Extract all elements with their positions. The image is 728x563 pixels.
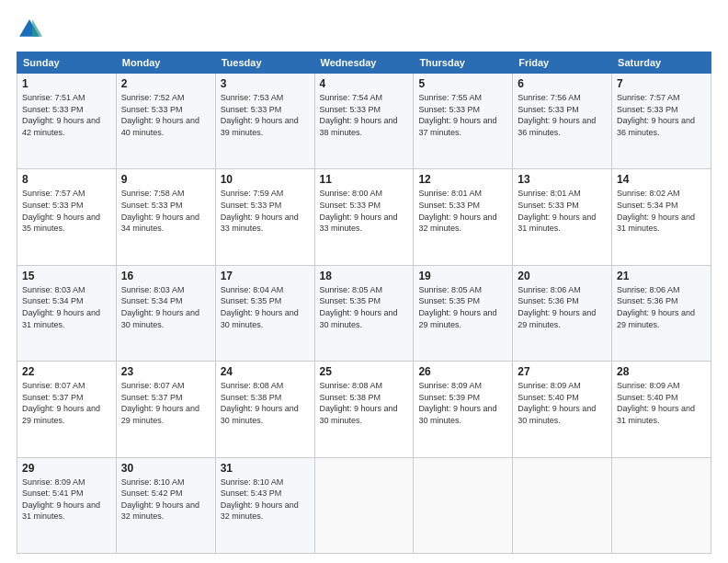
calendar-body: 1 Sunrise: 7:51 AM Sunset: 5:33 PM Dayli…	[17, 74, 711, 554]
daylight: Daylight: 9 hours and 39 minutes.	[221, 116, 299, 137]
sunrise: Sunrise: 7:57 AM	[22, 189, 85, 198]
sunrise: Sunrise: 7:51 AM	[22, 93, 85, 102]
day-info: Sunrise: 7:55 AM Sunset: 5:33 PM Dayligh…	[418, 92, 507, 138]
sunset: Sunset: 5:33 PM	[320, 201, 381, 210]
day-number: 23	[121, 365, 210, 378]
day-cell: 28 Sunrise: 8:09 AM Sunset: 5:40 PM Dayl…	[612, 362, 711, 457]
sunrise: Sunrise: 8:09 AM	[617, 381, 680, 390]
daylight: Daylight: 9 hours and 38 minutes.	[320, 116, 398, 137]
daylight: Daylight: 9 hours and 30 minutes.	[221, 308, 299, 329]
daylight: Daylight: 9 hours and 33 minutes.	[221, 213, 299, 234]
daylight: Daylight: 9 hours and 30 minutes.	[518, 404, 596, 425]
day-info: Sunrise: 8:10 AM Sunset: 5:42 PM Dayligh…	[121, 477, 210, 523]
day-cell: 20 Sunrise: 8:06 AM Sunset: 5:36 PM Dayl…	[513, 265, 612, 361]
week-row-5: 29 Sunrise: 8:09 AM Sunset: 5:41 PM Dayl…	[17, 457, 711, 553]
day-cell: 6 Sunrise: 7:56 AM Sunset: 5:33 PM Dayli…	[513, 74, 612, 169]
svg-marker-1	[32, 19, 42, 37]
header	[17, 17, 711, 42]
sunset: Sunset: 5:41 PM	[22, 488, 84, 498]
day-info: Sunrise: 8:06 AM Sunset: 5:36 PM Dayligh…	[518, 284, 607, 330]
day-number: 24	[221, 365, 310, 378]
sunrise: Sunrise: 8:10 AM	[121, 477, 185, 487]
day-info: Sunrise: 8:00 AM Sunset: 5:33 PM Dayligh…	[320, 188, 409, 234]
day-cell: 31 Sunrise: 8:10 AM Sunset: 5:43 PM Dayl…	[215, 457, 314, 553]
day-number: 8	[22, 173, 111, 186]
sunset: Sunset: 5:33 PM	[320, 105, 381, 114]
header-row: SundayMondayTuesdayWednesdayThursdayFrid…	[17, 52, 711, 74]
day-cell	[414, 457, 513, 553]
daylight: Daylight: 9 hours and 31 minutes.	[617, 213, 695, 234]
day-number: 5	[418, 77, 507, 90]
calendar-header: SundayMondayTuesdayWednesdayThursdayFrid…	[17, 52, 711, 74]
sunset: Sunset: 5:37 PM	[121, 393, 183, 402]
daylight: Daylight: 9 hours and 30 minutes.	[121, 308, 199, 329]
col-header-tuesday: Tuesday	[215, 52, 314, 74]
day-cell: 13 Sunrise: 8:01 AM Sunset: 5:33 PM Dayl…	[513, 169, 612, 265]
day-cell: 4 Sunrise: 7:54 AM Sunset: 5:33 PM Dayli…	[314, 74, 414, 169]
sunrise: Sunrise: 8:09 AM	[418, 381, 482, 390]
daylight: Daylight: 9 hours and 36 minutes.	[617, 116, 695, 137]
daylight: Daylight: 9 hours and 29 minutes.	[121, 404, 199, 425]
sunrise: Sunrise: 8:09 AM	[22, 477, 85, 487]
daylight: Daylight: 9 hours and 34 minutes.	[121, 213, 199, 234]
week-row-2: 8 Sunrise: 7:57 AM Sunset: 5:33 PM Dayli…	[17, 169, 711, 265]
day-cell: 15 Sunrise: 8:03 AM Sunset: 5:34 PM Dayl…	[17, 265, 117, 361]
day-cell: 25 Sunrise: 8:08 AM Sunset: 5:38 PM Dayl…	[314, 362, 414, 457]
sunrise: Sunrise: 8:06 AM	[518, 285, 581, 294]
daylight: Daylight: 9 hours and 31 minutes.	[22, 308, 100, 329]
day-info: Sunrise: 8:05 AM Sunset: 5:35 PM Dayligh…	[418, 284, 507, 330]
sunset: Sunset: 5:35 PM	[221, 296, 282, 305]
day-number: 27	[518, 365, 607, 378]
daylight: Daylight: 9 hours and 29 minutes.	[22, 404, 100, 425]
sunset: Sunset: 5:40 PM	[518, 393, 579, 402]
col-header-wednesday: Wednesday	[314, 52, 414, 74]
day-number: 17	[221, 270, 310, 282]
day-number: 18	[320, 270, 409, 282]
day-number: 25	[320, 365, 409, 378]
sunrise: Sunrise: 8:07 AM	[121, 381, 185, 390]
day-number: 4	[320, 77, 409, 90]
day-cell: 16 Sunrise: 8:03 AM Sunset: 5:34 PM Dayl…	[116, 265, 215, 361]
col-header-thursday: Thursday	[414, 52, 513, 74]
daylight: Daylight: 9 hours and 32 minutes.	[221, 500, 299, 522]
page: SundayMondayTuesdayWednesdayThursdayFrid…	[0, 0, 728, 563]
sunrise: Sunrise: 7:59 AM	[221, 189, 284, 198]
sunrise: Sunrise: 8:01 AM	[518, 189, 581, 198]
day-info: Sunrise: 7:58 AM Sunset: 5:33 PM Dayligh…	[121, 188, 210, 234]
day-number: 26	[418, 365, 507, 378]
daylight: Daylight: 9 hours and 36 minutes.	[518, 116, 596, 137]
day-cell: 10 Sunrise: 7:59 AM Sunset: 5:33 PM Dayl…	[215, 169, 314, 265]
day-number: 14	[617, 173, 706, 186]
sunset: Sunset: 5:38 PM	[221, 393, 282, 402]
day-number: 28	[617, 365, 706, 378]
daylight: Daylight: 9 hours and 30 minutes.	[320, 404, 398, 425]
day-info: Sunrise: 8:01 AM Sunset: 5:33 PM Dayligh…	[518, 188, 607, 234]
day-cell: 19 Sunrise: 8:05 AM Sunset: 5:35 PM Dayl…	[414, 265, 513, 361]
day-cell: 21 Sunrise: 8:06 AM Sunset: 5:36 PM Dayl…	[612, 265, 711, 361]
day-info: Sunrise: 8:03 AM Sunset: 5:34 PM Dayligh…	[22, 284, 111, 330]
daylight: Daylight: 9 hours and 29 minutes.	[617, 308, 695, 329]
day-cell: 7 Sunrise: 7:57 AM Sunset: 5:33 PM Dayli…	[612, 74, 711, 169]
col-header-monday: Monday	[116, 52, 215, 74]
day-info: Sunrise: 8:06 AM Sunset: 5:36 PM Dayligh…	[617, 284, 706, 330]
sunset: Sunset: 5:33 PM	[617, 105, 678, 114]
day-info: Sunrise: 8:09 AM Sunset: 5:40 PM Dayligh…	[617, 380, 706, 426]
daylight: Daylight: 9 hours and 33 minutes.	[320, 213, 398, 234]
sunset: Sunset: 5:33 PM	[221, 105, 282, 114]
sunrise: Sunrise: 7:56 AM	[518, 93, 581, 102]
sunrise: Sunrise: 7:58 AM	[121, 189, 185, 198]
day-number: 15	[22, 270, 111, 282]
sunset: Sunset: 5:35 PM	[418, 296, 480, 305]
daylight: Daylight: 9 hours and 29 minutes.	[518, 308, 596, 329]
sunset: Sunset: 5:36 PM	[617, 296, 678, 305]
sunrise: Sunrise: 7:57 AM	[617, 93, 680, 102]
day-cell	[612, 457, 711, 553]
sunrise: Sunrise: 8:01 AM	[418, 189, 482, 198]
sunset: Sunset: 5:33 PM	[22, 105, 84, 114]
daylight: Daylight: 9 hours and 31 minutes.	[617, 404, 695, 425]
day-cell: 11 Sunrise: 8:00 AM Sunset: 5:33 PM Dayl…	[314, 169, 414, 265]
day-cell: 3 Sunrise: 7:53 AM Sunset: 5:33 PM Dayli…	[215, 74, 314, 169]
day-cell: 30 Sunrise: 8:10 AM Sunset: 5:42 PM Dayl…	[116, 457, 215, 553]
daylight: Daylight: 9 hours and 31 minutes.	[22, 500, 100, 522]
sunset: Sunset: 5:34 PM	[22, 296, 84, 305]
